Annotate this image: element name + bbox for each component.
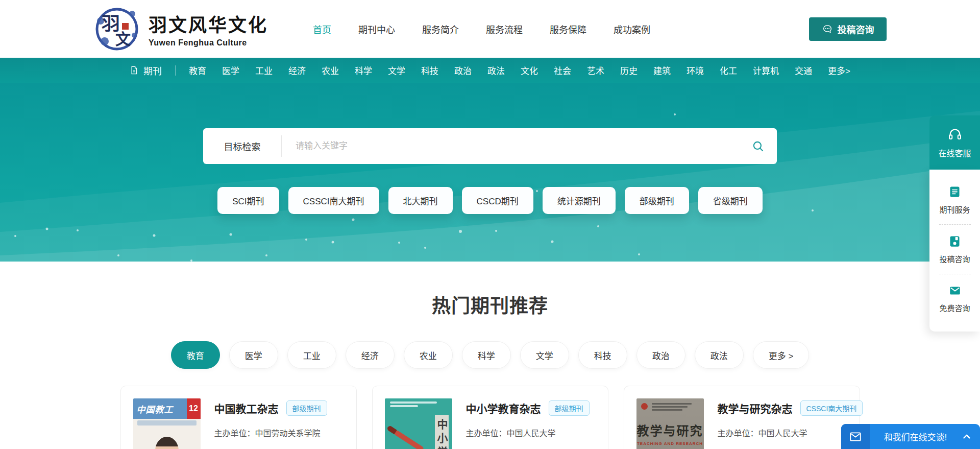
filter-cssci[interactable]: CSSCI南大期刊 [288, 187, 379, 214]
category-links: 教育 医学 工业 经济 农业 科学 文学 科技 政治 政法 文化 社会 艺术 历… [189, 64, 850, 77]
wave-background [0, 83, 980, 262]
brand-subtitle: Yuwen Fenghua Culture [149, 38, 268, 48]
hot-tabs: 教育 医学 工业 经济 农业 科学 文学 科技 政治 政法 更多 > [0, 341, 980, 369]
cover-decor [390, 401, 437, 404]
tab-science[interactable]: 科学 [462, 341, 511, 369]
filter-sci[interactable]: SCI期刊 [217, 187, 279, 214]
journal-service-icon [948, 185, 962, 199]
cover-decor [652, 403, 699, 412]
cover-seal [641, 403, 648, 410]
journal-sponsor: 中国人民大学 [758, 429, 807, 438]
cat-politics[interactable]: 政治 [454, 64, 472, 77]
cat-science[interactable]: 科学 [355, 64, 372, 77]
category-bar: 期刊 教育 医学 工业 经济 农业 科学 文学 科技 政治 政法 文化 社会 艺… [0, 58, 980, 83]
brand-logo[interactable]: 羽 文 羽文风华文化 Yuwen Fenghua Culture [93, 6, 268, 53]
tab-medicine[interactable]: 医学 [229, 341, 278, 369]
filter-beida[interactable]: 北大期刊 [388, 187, 453, 214]
top-header: 羽 文 羽文风华文化 Yuwen Fenghua Culture 首页 期刊中心… [0, 0, 980, 58]
search-button[interactable] [751, 139, 765, 153]
tab-law[interactable]: 政法 [695, 341, 744, 369]
journal-cards: 中国教工 12 中国教工杂志 部级期刊 主办单位：中国劳动关系学院 国际刊号：1… [0, 386, 980, 449]
journal-cover-image: 中小学 [385, 398, 452, 449]
cat-transport[interactable]: 交通 [795, 64, 812, 77]
tab-politics[interactable]: 政治 [636, 341, 685, 369]
search-bar: 目标检索 [203, 128, 777, 164]
chat-with-us-bar[interactable]: 和我们在线交谈! [841, 424, 980, 449]
filter-statistic[interactable]: 统计源期刊 [543, 187, 616, 214]
nav-item-home[interactable]: 首页 [313, 22, 331, 36]
journal-card[interactable]: 教学与研究 TEACHING AND RESEARCH 教学与研究杂志 CSSC… [624, 386, 860, 449]
filter-ministerial[interactable]: 部级期刊 [625, 187, 689, 214]
divider [939, 224, 971, 225]
journal-card-info: 中小学教育杂志 部级期刊 主办单位：中国人民大学 国际刊号：1001-2982 [466, 398, 590, 449]
floating-sidebar: 在线客服 期刊服务 投稿咨询 免费咨询 [929, 115, 980, 332]
tab-economy[interactable]: 经济 [346, 341, 395, 369]
cover-brush-illustration [393, 430, 424, 449]
online-service-button[interactable]: 在线客服 [929, 115, 980, 170]
sidebar-item-label: 期刊服务 [939, 204, 970, 215]
sidebar-item-journal-service[interactable]: 期刊服务 [929, 180, 980, 220]
brand-name: 羽文风华文化 [149, 10, 268, 37]
cat-law[interactable]: 政法 [487, 64, 505, 77]
cat-computer[interactable]: 计算机 [753, 64, 779, 77]
svg-text:文: 文 [115, 31, 131, 48]
cat-medicine[interactable]: 医学 [222, 64, 239, 77]
cover-subtitle: TEACHING AND RESEARCH [636, 441, 704, 446]
nav-item-service-process[interactable]: 服务流程 [486, 22, 523, 36]
cover-issue-number: 12 [187, 398, 201, 419]
cover-decor [137, 420, 197, 426]
tab-technology[interactable]: 科技 [578, 341, 627, 369]
chevron-up-icon[interactable] [961, 431, 972, 442]
journal-cover-image: 教学与研究 TEACHING AND RESEARCH [636, 398, 704, 449]
search-input[interactable] [282, 128, 751, 164]
cover-decor [390, 405, 418, 407]
cat-culture[interactable]: 文化 [521, 64, 538, 77]
cat-education[interactable]: 教育 [189, 64, 206, 77]
nav-item-journal-center[interactable]: 期刊中心 [358, 22, 395, 36]
divider [939, 274, 971, 274]
journal-card[interactable]: 中小学 中小学教育杂志 部级期刊 主办单位：中国人民大学 国际刊号：1001-2… [372, 386, 608, 449]
chat-label: 和我们在线交谈! [870, 430, 961, 443]
nav-item-service-guarantee[interactable]: 服务保障 [550, 22, 586, 36]
journal-card[interactable]: 中国教工 12 中国教工杂志 部级期刊 主办单位：中国劳动关系学院 国际刊号：1… [120, 386, 357, 449]
cat-technology[interactable]: 科技 [421, 64, 438, 77]
cat-architecture[interactable]: 建筑 [653, 64, 671, 77]
cat-chemical[interactable]: 化工 [720, 64, 737, 77]
journal-sponsor-row: 主办单位：中国人民大学 [718, 427, 847, 439]
journal-title[interactable]: 中国教工杂志 [214, 400, 279, 416]
journal-sponsor-row: 主办单位：中国人民大学 [466, 427, 590, 439]
cat-economy[interactable]: 经济 [288, 64, 306, 77]
tab-agriculture[interactable]: 农业 [404, 341, 453, 369]
tab-education[interactable]: 教育 [171, 341, 220, 369]
cat-industry[interactable]: 工业 [255, 64, 273, 77]
sidebar-item-free-consult[interactable]: 免费咨询 [929, 279, 980, 318]
journal-filter-row: SCI期刊 CSSCI南大期刊 北大期刊 CSCD期刊 统计源期刊 部级期刊 省… [0, 187, 980, 214]
chat-bubble-icon [822, 23, 833, 35]
search-type-selector[interactable]: 目标检索 [203, 139, 281, 153]
tab-industry[interactable]: 工业 [287, 341, 336, 369]
tab-literature[interactable]: 文学 [520, 341, 569, 369]
journal-title[interactable]: 中小学教育杂志 [466, 400, 541, 416]
cat-society[interactable]: 社会 [554, 64, 571, 77]
cat-agriculture[interactable]: 农业 [322, 64, 339, 77]
hot-journals-section: 热门期刊推荐 教育 医学 工业 经济 农业 科学 文学 科技 政治 政法 更多 … [0, 262, 980, 449]
tab-more[interactable]: 更多 > [753, 341, 810, 369]
cat-environment[interactable]: 环境 [687, 64, 704, 77]
journal-home-link[interactable]: 期刊 [129, 64, 162, 77]
cat-literature[interactable]: 文学 [388, 64, 405, 77]
submit-consult-button[interactable]: 投稿咨询 [809, 17, 887, 41]
cover-title: 中国教工 [133, 398, 187, 419]
filter-provincial[interactable]: 省级期刊 [698, 187, 763, 214]
journal-label: 期刊 [143, 64, 162, 77]
mail-icon [948, 284, 962, 297]
cat-history[interactable]: 历史 [620, 64, 638, 77]
nav-item-success-cases[interactable]: 成功案例 [614, 22, 650, 36]
section-title: 热门期刊推荐 [0, 291, 980, 318]
journal-title[interactable]: 教学与研究杂志 [718, 400, 793, 416]
cat-more-link[interactable]: 更多> [828, 64, 850, 77]
sidebar-item-label: 投稿咨询 [939, 253, 970, 264]
filter-cscd[interactable]: CSCD期刊 [462, 187, 533, 214]
nav-item-service-intro[interactable]: 服务简介 [422, 22, 459, 36]
cat-art[interactable]: 艺术 [587, 64, 604, 77]
sidebar-item-submission-consult[interactable]: 投稿咨询 [929, 229, 980, 269]
